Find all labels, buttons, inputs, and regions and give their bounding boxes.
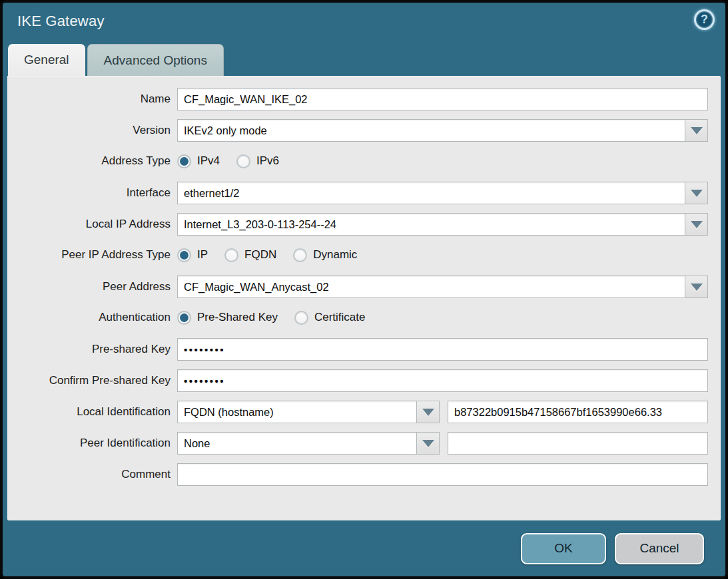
peer-ip-address-type-label: Peer IP Address Type (7, 248, 171, 262)
name-row: Name (7, 88, 708, 110)
interface-row: Interface (7, 182, 708, 204)
peer-address-input[interactable] (177, 276, 685, 298)
name-input[interactable] (177, 88, 708, 110)
radio-unselected-icon (293, 248, 307, 262)
dropdown-arrow-icon (691, 284, 703, 291)
radio-unselected-icon (224, 248, 238, 262)
tab-advanced-options[interactable]: Advanced Options (87, 44, 224, 76)
tab-bar: General Advanced Options (3, 44, 725, 76)
local-ip-address-input[interactable] (177, 213, 685, 236)
local-ip-address-row: Local IP Address (7, 213, 708, 236)
dropdown-arrow-icon (422, 409, 434, 416)
address-type-label: Address Type (7, 154, 171, 168)
pre-shared-key-input[interactable] (177, 338, 708, 361)
authentication-certificate-radio[interactable]: Certificate (294, 311, 366, 325)
peer-identification-row: Peer Identification (7, 432, 708, 455)
authentication-pre-shared-key-radio[interactable]: Pre-Shared Key (177, 311, 278, 325)
peer-ip-type-ip-radio[interactable]: IP (177, 248, 208, 262)
version-input[interactable] (177, 119, 685, 142)
address-type-radio-group: IPv4 IPv6 (177, 154, 708, 168)
comment-input[interactable] (177, 463, 708, 486)
address-type-ipv6-radio[interactable]: IPv6 (236, 154, 279, 168)
local-identification-row: Local Identification (7, 401, 708, 423)
local-identification-label: Local Identification (7, 405, 171, 419)
local-ip-address-label: Local IP Address (7, 218, 171, 231)
interface-label: Interface (7, 186, 171, 200)
authentication-radio-group: Pre-Shared Key Certificate (177, 311, 708, 325)
peer-address-dropdown-button[interactable] (685, 276, 708, 298)
local-ip-address-dropdown-button[interactable] (685, 213, 708, 236)
pre-shared-key-label: Pre-shared Key (7, 343, 171, 356)
radio-selected-icon (177, 311, 191, 325)
peer-address-label: Peer Address (7, 280, 171, 293)
dropdown-arrow-icon (691, 127, 703, 134)
version-label: Version (7, 124, 171, 137)
ike-gateway-dialog: IKE Gateway ? General Advanced Options N… (0, 0, 728, 579)
comment-row: Comment (7, 463, 708, 486)
comment-label: Comment (7, 468, 171, 481)
interface-dropdown-button[interactable] (685, 182, 708, 204)
confirm-pre-shared-key-label: Confirm Pre-shared Key (7, 374, 171, 387)
address-type-ipv4-radio[interactable]: IPv4 (177, 154, 220, 168)
local-identification-value-input[interactable] (448, 401, 708, 423)
radio-unselected-icon (294, 311, 308, 325)
version-dropdown-button[interactable] (685, 119, 708, 142)
interface-input[interactable] (177, 182, 685, 204)
radio-unselected-icon (236, 154, 250, 168)
authentication-row: Authentication Pre-Shared Key Certificat… (7, 307, 708, 328)
peer-ip-type-dynamic-radio[interactable]: Dynamic (293, 248, 357, 262)
dialog-footer: OK Cancel (3, 520, 725, 576)
dropdown-arrow-icon (422, 440, 434, 447)
peer-identification-dropdown-button[interactable] (417, 432, 440, 455)
peer-ip-type-fqdn-radio[interactable]: FQDN (224, 248, 276, 262)
radio-selected-icon (177, 248, 191, 262)
ok-button[interactable]: OK (521, 533, 606, 564)
confirm-pre-shared-key-row: Confirm Pre-shared Key (7, 369, 708, 392)
confirm-pre-shared-key-input[interactable] (177, 369, 708, 392)
dialog-title: IKE Gateway (17, 13, 105, 30)
peer-ip-address-type-radio-group: IP FQDN Dynamic (177, 248, 708, 262)
peer-identification-label: Peer Identification (7, 437, 171, 450)
dropdown-arrow-icon (691, 221, 703, 228)
help-icon[interactable]: ? (694, 9, 715, 30)
local-identification-type-input[interactable] (177, 401, 417, 423)
version-row: Version (7, 119, 708, 142)
peer-identification-type-input[interactable] (177, 432, 417, 455)
name-label: Name (7, 93, 171, 106)
local-identification-dropdown-button[interactable] (417, 401, 440, 423)
general-tab-panel: Name Version Address Type IPv4 IPv6 (7, 76, 721, 520)
authentication-label: Authentication (7, 311, 171, 324)
peer-address-row: Peer Address (7, 276, 708, 298)
tab-general[interactable]: General (8, 44, 85, 76)
address-type-row: Address Type IPv4 IPv6 (7, 150, 708, 172)
dropdown-arrow-icon (691, 190, 703, 197)
dialog-titlebar: IKE Gateway ? (3, 3, 725, 44)
pre-shared-key-row: Pre-shared Key (7, 338, 708, 361)
peer-ip-address-type-row: Peer IP Address Type IP FQDN Dynamic (7, 244, 708, 266)
peer-identification-value-input[interactable] (448, 432, 708, 455)
cancel-button[interactable]: Cancel (615, 533, 704, 564)
radio-selected-icon (177, 154, 191, 168)
